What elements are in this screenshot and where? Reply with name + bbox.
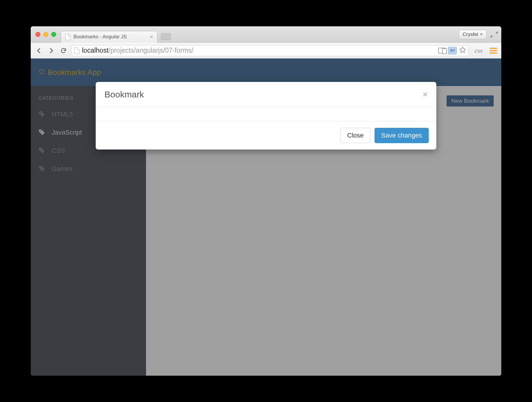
devices-icon[interactable] [438,48,446,54]
modal-footer: Close Save changes [96,121,436,150]
bookmark-star-icon[interactable] [459,46,466,55]
close-icon[interactable]: × [423,90,428,99]
page-icon [65,34,71,40]
new-tab-button[interactable] [161,33,171,40]
minimize-window-button[interactable] [43,32,48,37]
page-viewport: CATEGORIES HTML5 JavaScript CSS Games Ne… [31,59,501,376]
address-path: /projects/angularjs/07-forms/ [109,47,193,54]
bookmark-modal: Bookmark × Close Save changes [96,82,436,150]
extension-badge[interactable]: XV [448,47,457,54]
address-bar[interactable]: localhost/projects/angularjs/07-forms/ X… [72,45,469,56]
window-controls [35,32,56,37]
profile-name: Crysfel [463,32,478,37]
reload-button[interactable] [59,47,68,55]
maximize-window-button[interactable] [51,32,56,37]
address-host: localhost [82,47,109,54]
browser-window: Bookmarks - Angular JS × Crysfel localho… [31,26,501,376]
chevron-down-icon [480,34,483,35]
css-extension-icon[interactable]: css [475,47,483,54]
browser-tab[interactable]: Bookmarks - Angular JS × [61,31,157,43]
tab-strip: Bookmarks - Angular JS × Crysfel [31,26,501,43]
modal-header: Bookmark × [96,82,436,107]
save-changes-button[interactable]: Save changes [375,128,429,143]
profile-menu-button[interactable]: Crysfel [459,30,487,39]
close-window-button[interactable] [35,32,40,37]
address-text: localhost/projects/angularjs/07-forms/ [82,47,193,54]
fullscreen-icon[interactable] [490,30,498,39]
close-button[interactable]: Close [340,128,370,143]
back-button[interactable] [35,47,43,55]
tab-title: Bookmarks - Angular JS [73,34,127,40]
browser-toolbar: localhost/projects/angularjs/07-forms/ X… [31,43,501,59]
modal-title: Bookmark [104,90,144,99]
close-tab-icon[interactable]: × [150,34,153,40]
page-icon [74,47,80,54]
modal-body [96,107,436,121]
menu-icon[interactable] [490,48,497,54]
forward-button[interactable] [47,47,55,55]
